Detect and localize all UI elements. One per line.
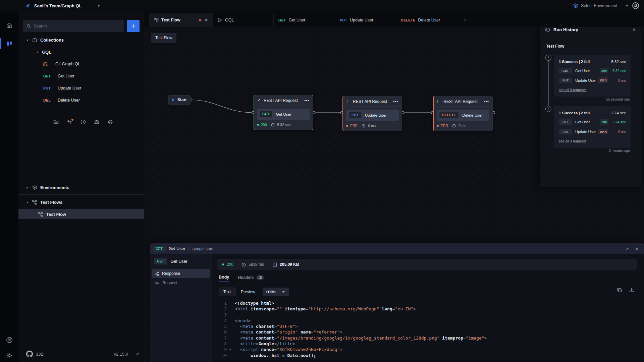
add-websocket-button[interactable] [94, 119, 100, 125]
request-name: Update User [365, 113, 387, 117]
request-time: 0 ms [608, 130, 626, 134]
workspace-switcher[interactable]: Sanil's Team/Graph QL ▾ [24, 2, 100, 9]
select-environment-dropdown[interactable]: Select Environment ▾ [573, 3, 628, 8]
flow-node-delete-user[interactable]: ! REST API Request ••• DELETE Delete Use… [433, 96, 493, 131]
close-tab-icon[interactable]: ✕ [205, 18, 208, 22]
close-icon[interactable]: ✕ [632, 27, 636, 32]
divider [18, 194, 144, 195]
node-menu-button[interactable]: ••• [484, 99, 489, 104]
nav-item-response[interactable]: Response [152, 269, 210, 278]
language-select[interactable]: HTML [263, 288, 289, 296]
warning-icon: ! [437, 100, 440, 104]
fold-caret-icon[interactable]: ▾ [229, 347, 231, 353]
folder-label: GQL [42, 50, 51, 55]
method-label: PUT [43, 86, 55, 90]
node-menu-button[interactable]: ••• [304, 98, 310, 103]
run-request-row: PUT Update User ERR 0 ms [559, 129, 626, 134]
tab-gql[interactable]: GQL [213, 13, 273, 27]
status-dot [437, 125, 439, 127]
add-graphql-button[interactable] [108, 119, 113, 125]
flow-node-update-user[interactable]: ! REST API Request ••• PUT Update User E… [342, 96, 402, 131]
add-folder-button[interactable] [53, 119, 59, 125]
close-panel-icon[interactable]: ✕ [635, 246, 639, 251]
star-count: 332 [36, 352, 43, 357]
tab-headers[interactable]: Headers 18 [238, 275, 264, 282]
collections-section-header[interactable]: ▾ Collections [26, 35, 152, 45]
sidebar: + ▾ Collections ▾ GQL Git Graph QL GET G… [18, 11, 144, 362]
folder-gql[interactable]: ▾ GQL [36, 47, 161, 57]
code-line: 5 <meta charset="UTF-8"> [212, 323, 644, 329]
see-all-requests-link[interactable]: see all 3 requests [559, 139, 586, 143]
request-name: Get User [575, 69, 600, 73]
nav-item-request[interactable]: Request [152, 279, 210, 287]
code-line: 10 window._hst = Date.now(); [212, 353, 644, 358]
request-name: Get User [276, 112, 291, 116]
user-avatar-icon[interactable] [632, 2, 639, 9]
download-button[interactable] [629, 288, 634, 292]
node-menu-button[interactable]: ••• [393, 99, 398, 104]
request-name: Get User [171, 259, 187, 264]
home-nav-button[interactable] [0, 19, 18, 32]
tab-test-flow[interactable]: Test Flow ✕ [149, 13, 213, 27]
test-flow-label: Test Flow [46, 212, 66, 217]
test-flow-item[interactable]: Test Flow [18, 209, 144, 219]
clock-icon [241, 262, 246, 267]
request-item-delete-user[interactable]: DEL Delete User [43, 95, 169, 105]
request-item-get-user[interactable]: GET Get User [43, 71, 169, 81]
request-item-graphql[interactable]: Git Graph QL [43, 59, 168, 69]
method-chip: GET [559, 119, 572, 125]
run-history-entry[interactable]: 1 Success | 2 fail 5.82 sec GET Get User… [554, 55, 631, 97]
home-icon [6, 22, 13, 29]
flow-node-get-user[interactable]: ✓ REST API Request ••• GET Get User 200 … [254, 95, 313, 130]
boards-icon [6, 40, 13, 47]
run-duration: 3.74 sec [611, 111, 626, 115]
unsaved-dot [199, 19, 201, 21]
request-item-update-user[interactable]: PUT Update User [43, 83, 169, 93]
node-request-box: GET Get User [257, 109, 310, 120]
view-text-button[interactable]: Text [219, 288, 235, 296]
test-flows-section-header[interactable]: ▾ Test Flows [26, 197, 152, 207]
method-label: GET [43, 74, 55, 78]
see-all-requests-link[interactable]: see all 3 requests [559, 88, 586, 92]
collapse-sidebar-button[interactable]: « [136, 351, 139, 357]
settings-nav-button[interactable] [0, 349, 18, 362]
select-environment-label: Select Environment [581, 3, 617, 8]
tab-delete-user[interactable]: DELETE Delete User [396, 13, 458, 27]
search-input[interactable] [34, 24, 121, 28]
code-lines[interactable]: 1<!doctype html>2<html itemscope="" item… [212, 300, 644, 362]
add-button[interactable]: + [127, 20, 140, 32]
duration: 0 ms [368, 124, 376, 128]
chevron-down-icon: ▾ [626, 4, 628, 8]
view-preview-button[interactable]: Preview [241, 290, 255, 294]
start-node[interactable]: Start [168, 95, 191, 105]
status-badge: 200 [600, 68, 608, 73]
test-flows-label: Test Flows [40, 200, 62, 205]
tab-update-user[interactable]: PUT Update User [335, 13, 396, 27]
response-panel-header[interactable]: GET Get User | google.com ↗ ✕ [150, 243, 644, 254]
add-http-request-button[interactable] [67, 120, 72, 125]
warning-icon: ! [346, 100, 350, 104]
community-nav-button[interactable] [0, 333, 18, 347]
github-stars[interactable]: 332 [26, 351, 43, 357]
tab-body[interactable]: Body [219, 275, 229, 282]
code-line: 9▾ <script nonce="XQfRO1vw5w2hNuFPzZdaag… [212, 347, 644, 352]
new-tab-button[interactable]: + [458, 13, 472, 27]
collections-nav-button[interactable] [0, 37, 18, 50]
expand-panel-icon[interactable]: ↗ [625, 246, 629, 251]
start-label: Start [177, 98, 186, 102]
run-history-entry[interactable]: 1 Success | 2 fail 3.74 sec GET Get User… [554, 106, 631, 148]
tab-get-user[interactable]: GET Get User [273, 13, 335, 27]
method-chip: GET [559, 68, 572, 73]
download-icon [629, 288, 634, 292]
run-timestamp: 2 minutes ago [609, 149, 630, 153]
separator: | [189, 246, 190, 251]
flow-icon [38, 212, 43, 217]
duration: 5.82 sec [277, 123, 291, 127]
request-name: Update User [575, 78, 598, 82]
environments-section-header[interactable]: ▸ Environments [26, 182, 152, 192]
response-panel-nav: GET Get User Response Request [150, 254, 212, 362]
copy-button[interactable] [617, 288, 622, 292]
send-icon [218, 18, 222, 22]
add-socketio-button[interactable] [80, 119, 86, 125]
code-line: 1<!doctype html> [212, 300, 644, 306]
